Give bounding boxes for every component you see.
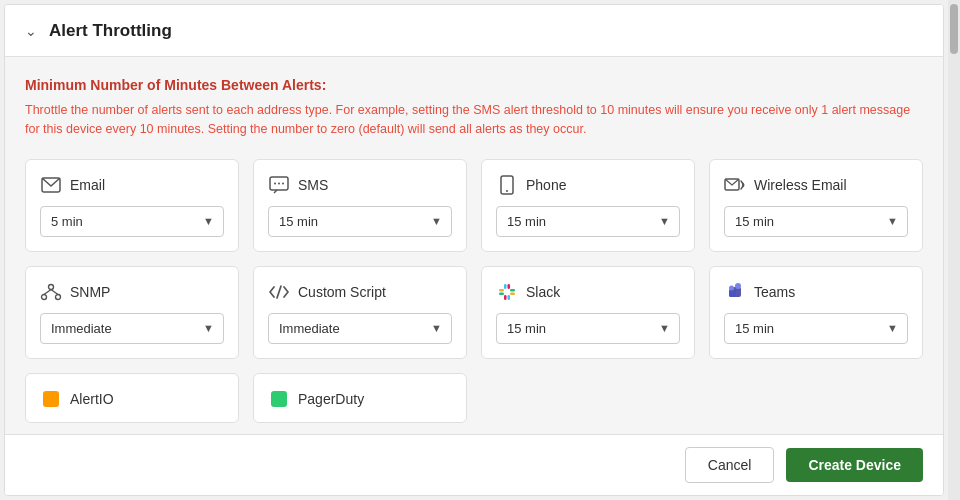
- svg-point-7: [506, 190, 508, 192]
- teams-select[interactable]: Immediate 5 min 10 min 15 min 30 min 60 …: [724, 313, 908, 344]
- card-sms: SMS Immediate 5 min 10 min 15 min 30 min…: [253, 159, 467, 252]
- card-slack: Slack Immediate 5 min 10 min 15 min 30 m…: [481, 266, 695, 359]
- svg-rect-15: [499, 289, 504, 292]
- card-pagerduty-partial: PagerDuty: [253, 373, 467, 423]
- cancel-button[interactable]: Cancel: [685, 447, 775, 483]
- snmp-select-wrapper: Immediate 5 min 10 min 15 min 30 min 60 …: [40, 313, 224, 344]
- card-wireless-email-header: Wireless Email: [724, 174, 908, 196]
- card-alertio-partial: AlertIO: [25, 373, 239, 423]
- custom-script-label: Custom Script: [298, 284, 386, 300]
- teams-icon: [724, 281, 746, 303]
- sms-select-wrapper: Immediate 5 min 10 min 15 min 30 min 60 …: [268, 206, 452, 237]
- card-custom-script: Custom Script Immediate 5 min 10 min 15 …: [253, 266, 467, 359]
- wireless-email-icon: [724, 174, 746, 196]
- pagerduty-icon: [268, 388, 290, 410]
- scrollbar-track[interactable]: [948, 0, 960, 500]
- svg-point-4: [282, 182, 284, 184]
- wireless-email-select-wrapper: Immediate 5 min 10 min 15 min 30 min 60 …: [724, 206, 908, 237]
- svg-rect-16: [499, 292, 504, 295]
- card-snmp-header: SNMP: [40, 281, 224, 303]
- snmp-label: SNMP: [70, 284, 110, 300]
- email-select-wrapper: Immediate 5 min 5 min 10 min 15 min 30 m…: [40, 206, 224, 237]
- svg-rect-19: [510, 289, 515, 292]
- wireless-email-select[interactable]: Immediate 5 min 10 min 15 min 30 min 60 …: [724, 206, 908, 237]
- teams-label: Teams: [754, 284, 795, 300]
- email-icon: [40, 174, 62, 196]
- sms-select[interactable]: Immediate 5 min 10 min 15 min 30 min 60 …: [268, 206, 452, 237]
- svg-point-2: [274, 182, 276, 184]
- cards-row-3: AlertIO PagerDuty: [25, 373, 923, 423]
- svg-rect-21: [504, 295, 507, 300]
- slack-select[interactable]: Immediate 5 min 10 min 15 min 30 min 60 …: [496, 313, 680, 344]
- card-slack-header: Slack: [496, 281, 680, 303]
- svg-point-26: [729, 285, 734, 290]
- svg-line-14: [277, 286, 281, 298]
- wireless-email-label: Wireless Email: [754, 177, 847, 193]
- card-teams: Teams Immediate 5 min 10 min 15 min 30 m…: [709, 266, 923, 359]
- slack-label: Slack: [526, 284, 560, 300]
- svg-point-24: [735, 283, 741, 289]
- svg-rect-22: [508, 295, 511, 300]
- card-custom-script-header: Custom Script: [268, 281, 452, 303]
- card-pagerduty-header: PagerDuty: [268, 388, 452, 410]
- card-snmp: SNMP Immediate 5 min 10 min 15 min 30 mi…: [25, 266, 239, 359]
- svg-line-13: [51, 289, 58, 294]
- card-alertio-header: AlertIO: [40, 388, 224, 410]
- card-sms-header: SMS: [268, 174, 452, 196]
- custom-script-select-wrapper: Immediate 5 min 10 min 15 min 30 min 60 …: [268, 313, 452, 344]
- pagerduty-label: PagerDuty: [298, 391, 364, 407]
- custom-script-icon: [268, 281, 290, 303]
- modal-title: Alert Throttling: [49, 21, 172, 41]
- card-email: Email Immediate 5 min 5 min 10 min 15 mi…: [25, 159, 239, 252]
- svg-line-12: [44, 289, 51, 294]
- modal-container: ⌄ Alert Throttling Minimum Number of Min…: [4, 4, 944, 496]
- svg-point-10: [42, 294, 47, 299]
- scrollbar-thumb[interactable]: [950, 4, 958, 54]
- empty-cell-1: [481, 373, 695, 423]
- phone-select-wrapper: Immediate 5 min 10 min 15 min 30 min 60 …: [496, 206, 680, 237]
- snmp-icon: [40, 281, 62, 303]
- email-select[interactable]: Immediate 5 min 5 min 10 min 15 min 30 m…: [40, 206, 224, 237]
- modal-header: ⌄ Alert Throttling: [5, 5, 943, 57]
- svg-rect-18: [508, 284, 511, 289]
- svg-point-11: [56, 294, 61, 299]
- cards-row-2: SNMP Immediate 5 min 10 min 15 min 30 mi…: [25, 266, 923, 359]
- sms-icon: [268, 174, 290, 196]
- section-description: Throttle the number of alerts sent to ea…: [25, 101, 923, 139]
- phone-select[interactable]: Immediate 5 min 10 min 15 min 30 min 60 …: [496, 206, 680, 237]
- slack-select-wrapper: Immediate 5 min 10 min 15 min 30 min 60 …: [496, 313, 680, 344]
- svg-rect-17: [504, 284, 507, 289]
- svg-rect-27: [43, 391, 59, 407]
- cards-row-1: Email Immediate 5 min 5 min 10 min 15 mi…: [25, 159, 923, 252]
- phone-icon: [496, 174, 518, 196]
- svg-point-3: [278, 182, 280, 184]
- collapse-icon[interactable]: ⌄: [25, 23, 37, 39]
- section-title: Minimum Number of Minutes Between Alerts…: [25, 77, 923, 93]
- empty-cell-2: [709, 373, 923, 423]
- card-phone: Phone Immediate 5 min 10 min 15 min 30 m…: [481, 159, 695, 252]
- card-teams-header: Teams: [724, 281, 908, 303]
- card-phone-header: Phone: [496, 174, 680, 196]
- custom-script-select[interactable]: Immediate 5 min 10 min 15 min 30 min 60 …: [268, 313, 452, 344]
- content-area: Minimum Number of Minutes Between Alerts…: [5, 57, 943, 434]
- phone-label: Phone: [526, 177, 566, 193]
- svg-point-9: [49, 284, 54, 289]
- create-device-button[interactable]: Create Device: [786, 448, 923, 482]
- email-label: Email: [70, 177, 105, 193]
- card-wireless-email: Wireless Email Immediate 5 min 10 min 15…: [709, 159, 923, 252]
- sms-label: SMS: [298, 177, 328, 193]
- slack-icon: [496, 281, 518, 303]
- teams-select-wrapper: Immediate 5 min 10 min 15 min 30 min 60 …: [724, 313, 908, 344]
- alertio-icon: [40, 388, 62, 410]
- snmp-select[interactable]: Immediate 5 min 10 min 15 min 30 min 60 …: [40, 313, 224, 344]
- alertio-label: AlertIO: [70, 391, 114, 407]
- card-email-header: Email: [40, 174, 224, 196]
- svg-rect-20: [510, 292, 515, 295]
- svg-rect-28: [271, 391, 287, 407]
- modal-footer: Cancel Create Device: [5, 434, 943, 495]
